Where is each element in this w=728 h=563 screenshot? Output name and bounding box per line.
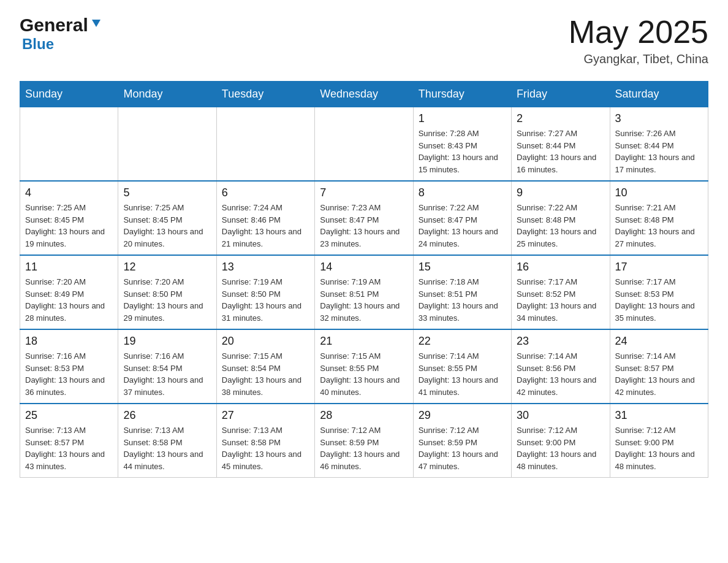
calendar-cell: 28Sunrise: 7:12 AM Sunset: 8:59 PM Dayli… (315, 404, 413, 478)
day-info: Sunrise: 7:12 AM Sunset: 9:00 PM Dayligh… (517, 424, 604, 472)
day-number: 1 (419, 112, 506, 125)
month-year-title: May 2025 (569, 15, 708, 50)
calendar-week-row: 4Sunrise: 7:25 AM Sunset: 8:45 PM Daylig… (20, 181, 708, 255)
calendar-table: SundayMondayTuesdayWednesdayThursdayFrid… (20, 81, 708, 478)
day-info: Sunrise: 7:22 AM Sunset: 8:47 PM Dayligh… (419, 202, 506, 250)
day-info: Sunrise: 7:19 AM Sunset: 8:51 PM Dayligh… (320, 276, 408, 324)
day-info: Sunrise: 7:16 AM Sunset: 8:54 PM Dayligh… (123, 350, 211, 398)
calendar-cell: 24Sunrise: 7:14 AM Sunset: 8:57 PM Dayli… (610, 329, 708, 404)
calendar-cell: 5Sunrise: 7:25 AM Sunset: 8:45 PM Daylig… (118, 181, 216, 255)
day-number: 5 (123, 186, 211, 199)
calendar-header-saturday: Saturday (610, 82, 708, 107)
day-info: Sunrise: 7:28 AM Sunset: 8:43 PM Dayligh… (419, 128, 506, 175)
day-number: 12 (123, 261, 211, 274)
day-info: Sunrise: 7:18 AM Sunset: 8:51 PM Dayligh… (419, 276, 506, 324)
day-info: Sunrise: 7:17 AM Sunset: 8:53 PM Dayligh… (615, 276, 703, 324)
day-info: Sunrise: 7:20 AM Sunset: 8:50 PM Dayligh… (123, 276, 211, 324)
day-info: Sunrise: 7:25 AM Sunset: 8:45 PM Dayligh… (25, 202, 113, 250)
title-section: May 2025 Gyangkar, Tibet, China (569, 15, 708, 66)
calendar-cell: 20Sunrise: 7:15 AM Sunset: 8:54 PM Dayli… (216, 329, 314, 404)
calendar-cell: 21Sunrise: 7:15 AM Sunset: 8:55 PM Dayli… (315, 329, 413, 404)
day-number: 26 (123, 409, 211, 422)
day-info: Sunrise: 7:21 AM Sunset: 8:48 PM Dayligh… (615, 202, 703, 250)
calendar-week-row: 1Sunrise: 7:28 AM Sunset: 8:43 PM Daylig… (20, 107, 708, 182)
day-info: Sunrise: 7:26 AM Sunset: 8:44 PM Dayligh… (615, 128, 703, 175)
day-number: 17 (615, 261, 703, 274)
day-number: 15 (419, 261, 506, 274)
calendar-cell: 2Sunrise: 7:27 AM Sunset: 8:44 PM Daylig… (512, 107, 610, 182)
day-info: Sunrise: 7:14 AM Sunset: 8:57 PM Dayligh… (615, 350, 703, 398)
calendar-cell: 17Sunrise: 7:17 AM Sunset: 8:53 PM Dayli… (610, 255, 708, 329)
day-number: 11 (25, 261, 113, 274)
calendar-cell (315, 107, 413, 182)
calendar-cell: 11Sunrise: 7:20 AM Sunset: 8:49 PM Dayli… (20, 255, 118, 329)
calendar-header-sunday: Sunday (20, 82, 118, 107)
day-number: 6 (222, 186, 309, 199)
day-number: 24 (615, 335, 703, 348)
calendar-cell: 22Sunrise: 7:14 AM Sunset: 8:55 PM Dayli… (413, 329, 511, 404)
day-info: Sunrise: 7:25 AM Sunset: 8:45 PM Dayligh… (123, 202, 211, 250)
day-number: 7 (320, 186, 408, 199)
day-number: 25 (25, 409, 113, 422)
calendar-cell (216, 107, 314, 182)
day-info: Sunrise: 7:24 AM Sunset: 8:46 PM Dayligh… (222, 202, 309, 250)
day-number: 10 (615, 186, 703, 199)
calendar-cell (118, 107, 216, 182)
calendar-cell: 16Sunrise: 7:17 AM Sunset: 8:52 PM Dayli… (512, 255, 610, 329)
day-number: 23 (517, 335, 604, 348)
calendar-cell: 14Sunrise: 7:19 AM Sunset: 8:51 PM Dayli… (315, 255, 413, 329)
calendar-cell: 8Sunrise: 7:22 AM Sunset: 8:47 PM Daylig… (413, 181, 511, 255)
day-info: Sunrise: 7:17 AM Sunset: 8:52 PM Dayligh… (517, 276, 604, 324)
calendar-cell (20, 107, 118, 182)
calendar-cell: 23Sunrise: 7:14 AM Sunset: 8:56 PM Dayli… (512, 329, 610, 404)
calendar-cell: 19Sunrise: 7:16 AM Sunset: 8:54 PM Dayli… (118, 329, 216, 404)
day-number: 13 (222, 261, 309, 274)
day-info: Sunrise: 7:14 AM Sunset: 8:56 PM Dayligh… (517, 350, 604, 398)
calendar-cell: 18Sunrise: 7:16 AM Sunset: 8:53 PM Dayli… (20, 329, 118, 404)
calendar-cell: 4Sunrise: 7:25 AM Sunset: 8:45 PM Daylig… (20, 181, 118, 255)
day-number: 27 (222, 409, 309, 422)
logo-blue-text: Blue (22, 36, 54, 53)
day-info: Sunrise: 7:19 AM Sunset: 8:50 PM Dayligh… (222, 276, 309, 324)
calendar-cell: 30Sunrise: 7:12 AM Sunset: 9:00 PM Dayli… (512, 404, 610, 478)
day-info: Sunrise: 7:16 AM Sunset: 8:53 PM Dayligh… (25, 350, 113, 398)
calendar-cell: 10Sunrise: 7:21 AM Sunset: 8:48 PM Dayli… (610, 181, 708, 255)
calendar-cell: 1Sunrise: 7:28 AM Sunset: 8:43 PM Daylig… (413, 107, 511, 182)
calendar-cell: 6Sunrise: 7:24 AM Sunset: 8:46 PM Daylig… (216, 181, 314, 255)
day-number: 20 (222, 335, 309, 348)
day-number: 28 (320, 409, 408, 422)
day-info: Sunrise: 7:15 AM Sunset: 8:55 PM Dayligh… (320, 350, 408, 398)
calendar-cell: 29Sunrise: 7:12 AM Sunset: 8:59 PM Dayli… (413, 404, 511, 478)
page-header: General Blue May 2025 Gyangkar, Tibet, C… (20, 15, 708, 66)
calendar-cell: 15Sunrise: 7:18 AM Sunset: 8:51 PM Dayli… (413, 255, 511, 329)
calendar-cell: 27Sunrise: 7:13 AM Sunset: 8:58 PM Dayli… (216, 404, 314, 478)
calendar-cell: 26Sunrise: 7:13 AM Sunset: 8:58 PM Dayli… (118, 404, 216, 478)
day-info: Sunrise: 7:12 AM Sunset: 9:00 PM Dayligh… (615, 424, 703, 472)
day-number: 18 (25, 335, 113, 348)
location-subtitle: Gyangkar, Tibet, China (569, 52, 708, 66)
day-info: Sunrise: 7:27 AM Sunset: 8:44 PM Dayligh… (517, 128, 604, 175)
calendar-header-monday: Monday (118, 82, 216, 107)
day-number: 8 (419, 186, 506, 199)
calendar-header-friday: Friday (512, 82, 610, 107)
day-info: Sunrise: 7:23 AM Sunset: 8:47 PM Dayligh… (320, 202, 408, 250)
calendar-week-row: 18Sunrise: 7:16 AM Sunset: 8:53 PM Dayli… (20, 329, 708, 404)
day-number: 4 (25, 186, 113, 199)
calendar-cell: 12Sunrise: 7:20 AM Sunset: 8:50 PM Dayli… (118, 255, 216, 329)
calendar-cell: 3Sunrise: 7:26 AM Sunset: 8:44 PM Daylig… (610, 107, 708, 182)
day-info: Sunrise: 7:12 AM Sunset: 8:59 PM Dayligh… (320, 424, 408, 472)
day-number: 30 (517, 409, 604, 422)
calendar-cell: 7Sunrise: 7:23 AM Sunset: 8:47 PM Daylig… (315, 181, 413, 255)
day-info: Sunrise: 7:12 AM Sunset: 8:59 PM Dayligh… (419, 424, 506, 472)
day-number: 22 (419, 335, 506, 348)
day-number: 29 (419, 409, 506, 422)
day-info: Sunrise: 7:20 AM Sunset: 8:49 PM Dayligh… (25, 276, 113, 324)
day-number: 14 (320, 261, 408, 274)
calendar-cell: 25Sunrise: 7:13 AM Sunset: 8:57 PM Dayli… (20, 404, 118, 478)
calendar-cell: 31Sunrise: 7:12 AM Sunset: 9:00 PM Dayli… (610, 404, 708, 478)
day-number: 19 (123, 335, 211, 348)
day-number: 31 (615, 409, 703, 422)
day-number: 9 (517, 186, 604, 199)
calendar-header-row: SundayMondayTuesdayWednesdayThursdayFrid… (20, 82, 708, 107)
day-number: 2 (517, 112, 604, 125)
